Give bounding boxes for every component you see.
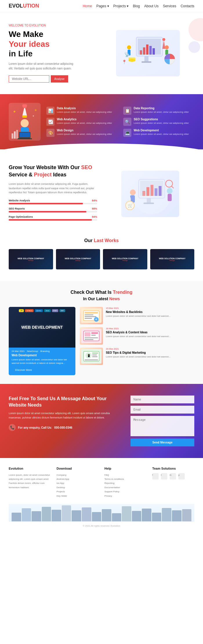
news-section: Check Out What Is Trending In Our Latest… xyxy=(0,281,203,384)
building-8 xyxy=(82,507,91,521)
svg-rect-4 xyxy=(140,50,142,55)
footer-link-reporting[interactable]: Reporting xyxy=(104,481,146,485)
svg-line-50 xyxy=(171,186,173,188)
svg-rect-3 xyxy=(142,61,151,63)
hero-left: WELCOME TO EVOLUTION We Make Your ideas … xyxy=(9,24,102,83)
nav-pages[interactable]: Pages ▾ xyxy=(96,4,109,8)
contact-send-button[interactable]: Send Message xyxy=(130,439,194,446)
footer-col-evolution: Evolution Lorem ipsum, dolor sit amet co… xyxy=(9,467,51,498)
contact-section: Feel Free To Send Us A Message About You… xyxy=(0,384,203,458)
social-linkedin-icon[interactable]: in xyxy=(170,473,176,480)
work-item-4[interactable]: WEB SOLUTION COMPANY Design xyxy=(150,249,195,269)
svg-rect-55 xyxy=(85,312,98,314)
progress-fill-3 xyxy=(9,219,92,221)
news-featured-date: 24 Mar 2021 xyxy=(12,350,25,353)
building-5 xyxy=(52,510,61,521)
progress-fill-1 xyxy=(9,203,83,204)
progress-value-1: 84% xyxy=(92,199,97,202)
contact-message-input[interactable] xyxy=(130,416,194,436)
nav-home[interactable]: Home xyxy=(83,4,92,8)
progress-bar-3 xyxy=(9,219,97,221)
hero-url-input[interactable] xyxy=(9,75,49,83)
features-grid: 📊 Data Analysis Lorem ipsum dolor sit am… xyxy=(46,107,194,137)
work-title-4: WEB SOLUTION COMPANY xyxy=(159,257,186,260)
contact-email-input[interactable] xyxy=(130,406,194,414)
svg-rect-72 xyxy=(92,353,98,354)
contact-phone: 📞 For any enquiry, Call Us: 000-000-0346 xyxy=(9,424,122,431)
hero-title: We Make Your ideas in Life xyxy=(9,29,102,59)
svg-point-44 xyxy=(130,189,136,195)
progress-name-2: SEO Reports xyxy=(9,207,25,210)
building-15 xyxy=(152,513,162,521)
svg-rect-5 xyxy=(143,47,145,55)
logo[interactable]: EVOLUTION xyxy=(9,3,39,9)
nav-projects[interactable]: Projects ▾ xyxy=(113,4,129,8)
footer-link-documentation[interactable]: Documentation xyxy=(104,486,146,490)
contact-name-input[interactable] xyxy=(130,396,194,403)
footer-social-links: f t in p xyxy=(152,473,194,480)
features-section: 📊 Data Analysis Lorem ipsum dolor sit am… xyxy=(0,94,203,149)
news-featured-card[interactable]: JS HTML5 jQuery Java PHP WP WEB DEVELOPM… xyxy=(9,307,75,375)
seo-illustration: 🛒 xyxy=(121,171,179,217)
svg-text:📡: 📡 xyxy=(124,52,130,57)
svg-rect-27 xyxy=(17,138,32,139)
footer-link-keyslider[interactable]: Key Slider xyxy=(57,494,99,498)
news-item-3[interactable]: 📱 20 Mar 2021 SEO Tips & Digital Marketi… xyxy=(80,348,194,365)
progress-label-2: SEO Reports 88% xyxy=(9,207,97,210)
discover-more-button[interactable]: Discover More xyxy=(12,367,35,373)
nav-contacts[interactable]: Contacts xyxy=(181,4,194,8)
footer-link-terms[interactable]: Terms & conditions xyxy=(104,477,146,481)
hero-decorative-shape-2 xyxy=(188,41,200,53)
svg-rect-66 xyxy=(85,337,98,338)
footer-link-company[interactable]: Company xyxy=(57,473,99,477)
svg-rect-12 xyxy=(128,58,135,60)
svg-rect-38 xyxy=(144,203,154,204)
social-pinterest-icon[interactable]: p xyxy=(178,473,185,480)
building-7 xyxy=(72,510,81,521)
feature-seo-suggestions: 🔍 SEO Suggestions Lorem ipsum dolor sit … xyxy=(123,118,194,126)
hero-analyse-button[interactable]: Analyse xyxy=(51,75,68,83)
work-thumb-1: WEB SOLUTION COMPANY Design xyxy=(9,249,53,269)
web-analytics-icon: 📈 xyxy=(46,118,55,126)
footer-link-projects[interactable]: Projects xyxy=(57,490,99,494)
news-item-1-title: New Websites & Backlinks xyxy=(106,310,194,314)
building-13 xyxy=(132,511,142,521)
nav-about[interactable]: About Us xyxy=(144,4,158,8)
svg-text:🛒: 🛒 xyxy=(128,203,133,208)
work-item-3[interactable]: WEB SOLUTION COMPANY Design xyxy=(103,249,147,269)
nav-services[interactable]: Services xyxy=(163,4,176,8)
footer-link-desktop[interactable]: Desktop xyxy=(57,486,99,490)
social-facebook-icon[interactable]: f xyxy=(152,473,159,480)
footer-link-privacy[interactable]: Privacy xyxy=(104,494,146,498)
progress-name-3: Page Optimizations xyxy=(9,215,33,218)
contact-form: Send Message xyxy=(130,396,194,446)
footer-link-support[interactable]: Support Policy xyxy=(104,490,146,494)
feature-web-design-text: Web Design Lorem ipsum dolor sit amet, c… xyxy=(57,129,112,136)
footer-link-android[interactable]: Android App xyxy=(57,477,99,481)
work-thumb-4: WEB SOLUTION COMPANY Design xyxy=(150,249,195,269)
footer-grid: Evolution Lorem ipsum, dolor sit amet co… xyxy=(9,467,194,498)
footer-link-faq[interactable]: FAQ xyxy=(104,473,146,477)
footer-col-2-title: Download xyxy=(57,467,99,470)
progress-label-3: Page Optimizations 94% xyxy=(9,215,97,218)
works-heading: Our Last Works xyxy=(9,238,194,243)
news-item-3-content: 20 Mar 2021 SEO Tips & Digital Marketing… xyxy=(106,348,194,358)
badge-js: JS xyxy=(19,309,24,312)
footer-link-ios[interactable]: ios App xyxy=(57,481,99,485)
contact-description: Lorem ipsum dolor sit amet consectetur a… xyxy=(9,411,122,420)
svg-rect-2 xyxy=(144,56,148,61)
badge-wp: WP xyxy=(59,309,65,312)
hero-right: 📡 📍 xyxy=(102,30,194,76)
news-item-3-date: 20 Mar 2021 xyxy=(106,348,194,350)
svg-text:📍: 📍 xyxy=(122,60,127,65)
work-item-1[interactable]: WEB SOLUTION COMPANY Design xyxy=(9,249,53,269)
news-item-2[interactable]: 16 Mar 2021 SEO Analysis & Content Ideas… xyxy=(80,327,194,345)
social-twitter-icon[interactable]: t xyxy=(161,473,167,480)
seo-description: Lorem ipsum dolor sit amet consectetur a… xyxy=(9,182,97,194)
svg-rect-65 xyxy=(91,335,96,336)
work-item-2[interactable]: WEB SOLUTION COMPANY Design xyxy=(56,249,100,269)
nav-blog[interactable]: Blog xyxy=(133,4,140,8)
data-reporting-icon: 📋 xyxy=(123,107,131,115)
news-item-1[interactable]: 15 Mar 2021 New Websites & Backlinks Lor… xyxy=(80,307,194,324)
svg-rect-26 xyxy=(19,133,30,137)
